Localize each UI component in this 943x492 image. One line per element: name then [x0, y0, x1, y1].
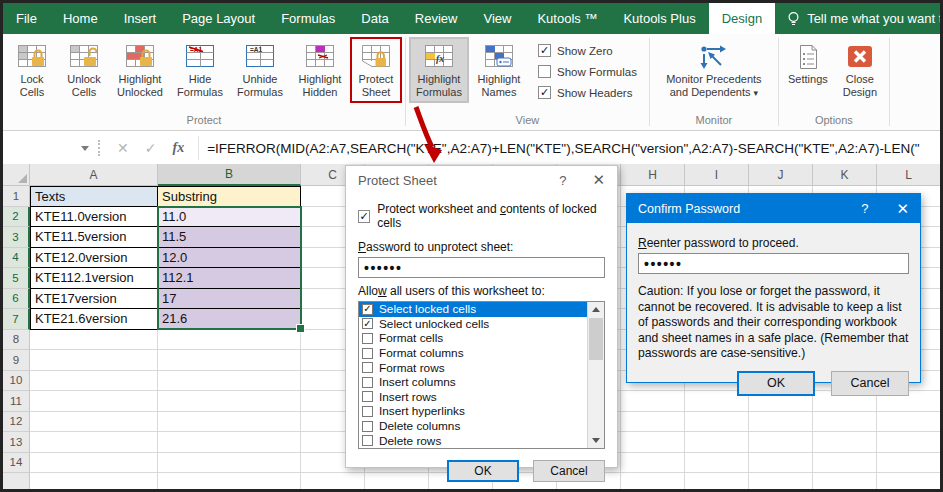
password-input[interactable]: •••••• — [358, 257, 605, 278]
cell-A11[interactable] — [30, 391, 158, 412]
cell-A15[interactable] — [30, 473, 158, 489]
row-header-3[interactable]: 3 — [3, 227, 30, 248]
row-header-14[interactable]: 14 — [3, 453, 30, 474]
cell-B12[interactable] — [158, 412, 301, 433]
cell-B15[interactable] — [158, 473, 301, 489]
cell-B9[interactable] — [158, 350, 301, 371]
unlock-cells-button[interactable]: Unlock Cells — [58, 37, 110, 103]
permission-select-locked-cells[interactable]: ✓ Select locked cells — [359, 302, 587, 317]
column-header-i[interactable]: I — [685, 164, 749, 186]
row-header-12[interactable]: 12 — [3, 412, 30, 433]
cell-A14[interactable] — [30, 453, 158, 474]
scroll-up-icon[interactable] — [588, 302, 604, 317]
cell-A2[interactable]: KTE11.0version — [30, 207, 158, 228]
settings-button[interactable]: Settings — [782, 37, 834, 90]
lock-cells-button[interactable]: Lock Cells — [6, 37, 58, 103]
select-all-corner[interactable] — [3, 164, 30, 186]
cell-B5[interactable]: 112.1 — [158, 268, 301, 289]
show-headers-checkbox[interactable]: ✓ Show Headers — [538, 86, 637, 99]
permission-format-columns[interactable]: Format columns — [359, 346, 587, 361]
tab-view[interactable]: View — [470, 3, 524, 34]
cell-A9[interactable] — [30, 350, 158, 371]
row-header-15[interactable] — [3, 473, 30, 489]
cell-B13[interactable] — [158, 432, 301, 453]
cell-B10[interactable] — [158, 371, 301, 392]
cell-A10[interactable] — [30, 371, 158, 392]
row-header-5[interactable]: 5 — [3, 268, 30, 289]
confirm-cancel-button[interactable]: Cancel — [831, 371, 909, 396]
insert-function-icon[interactable]: fx — [172, 140, 184, 156]
tab-review[interactable]: Review — [402, 3, 471, 34]
column-header-l[interactable]: L — [877, 164, 940, 186]
permission-insert-hyperlinks[interactable]: Insert hyperlinks — [359, 404, 587, 419]
cell-B8[interactable] — [158, 330, 301, 351]
cell-B6[interactable]: 17 — [158, 289, 301, 310]
show-zero-checkbox[interactable]: ✓ Show Zero — [538, 44, 637, 57]
protect-sheet-button[interactable]: Protect Sheet — [350, 37, 402, 103]
row-header-2[interactable]: 2 — [3, 207, 30, 228]
help-icon[interactable]: ? — [861, 201, 868, 216]
column-header-j[interactable]: J — [749, 164, 813, 186]
cell-A12[interactable] — [30, 412, 158, 433]
name-box[interactable] — [3, 131, 95, 165]
close-icon[interactable]: ✕ — [896, 200, 909, 218]
cell-A13[interactable] — [30, 432, 158, 453]
tab-data[interactable]: Data — [348, 3, 401, 34]
cell-A7[interactable]: KTE21.6version — [30, 309, 158, 330]
highlight-formulas-button[interactable]: fx Highlight Formulas — [409, 37, 469, 103]
cell-B7[interactable]: 21.6 — [158, 309, 301, 330]
column-header-h[interactable]: H — [621, 164, 685, 186]
row-header-4[interactable]: 4 — [3, 248, 30, 269]
help-icon[interactable]: ? — [559, 173, 566, 188]
tab-kutools-plus[interactable]: Kutools Plus — [610, 3, 708, 34]
row-header-7[interactable]: 7 — [3, 309, 30, 330]
close-design-button[interactable]: Close Design — [834, 37, 886, 103]
row-header-8[interactable]: 8 — [3, 330, 30, 351]
row-header-6[interactable]: 6 — [3, 289, 30, 310]
cell-A3[interactable]: KTE11.5version — [30, 227, 158, 248]
cell-A8[interactable] — [30, 330, 158, 351]
highlight-names-button[interactable]: Highlight Names — [469, 37, 529, 103]
scroll-down-icon[interactable] — [588, 433, 604, 448]
tab-home[interactable]: Home — [50, 3, 111, 34]
enter-formula-icon[interactable]: ✓ — [145, 140, 157, 156]
name-box-dropdown-icon[interactable] — [81, 146, 89, 151]
row-header-11[interactable]: 11 — [3, 391, 30, 412]
permission-insert-columns[interactable]: Insert columns — [359, 375, 587, 390]
close-icon[interactable]: ✕ — [592, 171, 605, 189]
highlight-hidden-button[interactable]: Highlight Hidden — [290, 37, 350, 103]
unhide-formulas-button[interactable]: =A1 Unhide Formulas — [230, 37, 290, 103]
cell-A4[interactable]: KTE12.0version — [30, 248, 158, 269]
cell-A6[interactable]: KTE17version — [30, 289, 158, 310]
cell-B11[interactable] — [158, 391, 301, 412]
confirm-password-input[interactable]: •••••• — [638, 253, 909, 274]
show-formulas-checkbox[interactable]: Show Formulas — [538, 65, 637, 78]
row-header-10[interactable]: 10 — [3, 371, 30, 392]
permission-delete-columns[interactable]: Delete columns — [359, 419, 587, 434]
monitor-precedents-button[interactable]: Monitor Precedents and Dependents ▾ — [653, 37, 775, 104]
column-header-a[interactable]: A — [30, 164, 158, 186]
protect-worksheet-checkbox[interactable]: ✓ Protect worksheet and contents of lock… — [358, 202, 605, 230]
tab-insert[interactable]: Insert — [111, 3, 170, 34]
tab-file[interactable]: File — [3, 3, 50, 34]
column-header-b[interactable]: B — [158, 164, 301, 186]
cell-B1[interactable]: Substring — [158, 186, 301, 207]
cell-B14[interactable] — [158, 453, 301, 474]
cell-A5[interactable]: KTE112.1version — [30, 268, 158, 289]
listbox-scrollbar[interactable] — [587, 302, 604, 448]
cell-B3[interactable]: 11.5 — [158, 227, 301, 248]
cell-B4[interactable]: 12.0 — [158, 248, 301, 269]
cell-A1[interactable]: Texts — [30, 186, 158, 207]
tab-design[interactable]: Design — [709, 3, 775, 34]
row-header-9[interactable]: 9 — [3, 350, 30, 371]
permission-delete-rows[interactable]: Delete rows — [359, 433, 587, 448]
scrollbar-thumb[interactable] — [589, 318, 603, 360]
permission-format-rows[interactable]: Format rows — [359, 360, 587, 375]
permission-format-cells[interactable]: Format cells — [359, 331, 587, 346]
tell-me-box[interactable]: Tell me what you want to do — [775, 3, 940, 34]
hide-formulas-button[interactable]: =A1 Hide Formulas — [170, 37, 230, 103]
row-header-13[interactable]: 13 — [3, 432, 30, 453]
highlight-unlocked-button[interactable]: Highlight Unlocked — [110, 37, 170, 103]
tab-page-layout[interactable]: Page Layout — [169, 3, 268, 34]
permission-select-unlocked-cells[interactable]: ✓ Select unlocked cells — [359, 317, 587, 332]
